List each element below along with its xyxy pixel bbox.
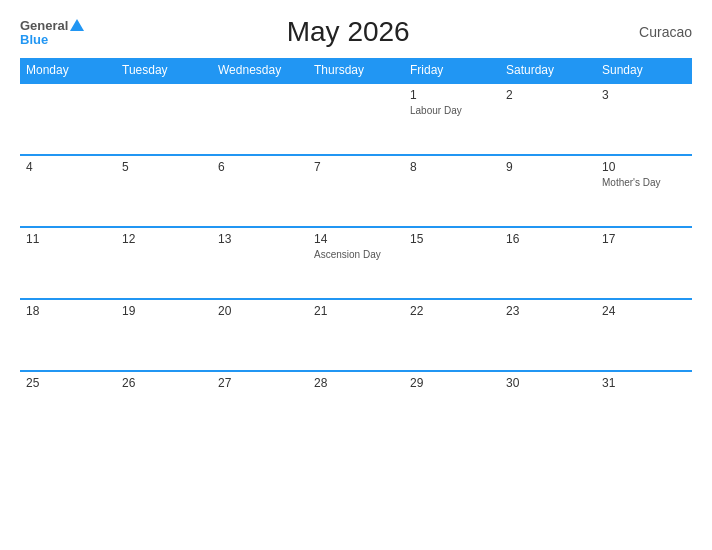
table-row: 12 [116, 227, 212, 299]
day-number: 7 [314, 160, 398, 174]
day-number: 3 [602, 88, 686, 102]
calendar-row: 11121314Ascension Day151617 [20, 227, 692, 299]
col-thursday: Thursday [308, 58, 404, 83]
day-number: 29 [410, 376, 494, 390]
table-row: 14Ascension Day [308, 227, 404, 299]
page-title: May 2026 [84, 16, 612, 48]
day-number: 25 [26, 376, 110, 390]
day-number: 2 [506, 88, 590, 102]
day-number: 8 [410, 160, 494, 174]
day-number: 1 [410, 88, 494, 102]
table-row [212, 83, 308, 155]
table-row: 23 [500, 299, 596, 371]
day-number: 6 [218, 160, 302, 174]
day-number: 14 [314, 232, 398, 246]
table-row [308, 83, 404, 155]
region-label: Curacao [612, 24, 692, 40]
table-row: 21 [308, 299, 404, 371]
table-row: 2 [500, 83, 596, 155]
logo-blue: Blue [20, 33, 48, 46]
day-number: 5 [122, 160, 206, 174]
table-row: 7 [308, 155, 404, 227]
calendar-page: General Blue May 2026 Curacao Monday Tue… [0, 0, 712, 550]
day-number: 22 [410, 304, 494, 318]
col-sunday: Sunday [596, 58, 692, 83]
table-row: 3 [596, 83, 692, 155]
day-number: 28 [314, 376, 398, 390]
table-row: 1Labour Day [404, 83, 500, 155]
logo: General Blue [20, 19, 84, 46]
table-row: 22 [404, 299, 500, 371]
table-row: 29 [404, 371, 500, 443]
table-row: 31 [596, 371, 692, 443]
calendar-row: 45678910Mother's Day [20, 155, 692, 227]
table-row: 6 [212, 155, 308, 227]
calendar-row: 25262728293031 [20, 371, 692, 443]
day-number: 17 [602, 232, 686, 246]
day-number: 13 [218, 232, 302, 246]
day-number: 19 [122, 304, 206, 318]
day-number: 23 [506, 304, 590, 318]
day-number: 10 [602, 160, 686, 174]
day-number: 11 [26, 232, 110, 246]
table-row: 26 [116, 371, 212, 443]
table-row: 30 [500, 371, 596, 443]
col-wednesday: Wednesday [212, 58, 308, 83]
table-row: 15 [404, 227, 500, 299]
logo-triangle-icon [70, 19, 84, 31]
table-row: 10Mother's Day [596, 155, 692, 227]
col-saturday: Saturday [500, 58, 596, 83]
day-number: 27 [218, 376, 302, 390]
day-number: 16 [506, 232, 590, 246]
logo-general: General [20, 19, 68, 32]
table-row: 5 [116, 155, 212, 227]
table-row: 25 [20, 371, 116, 443]
table-row: 17 [596, 227, 692, 299]
table-row [20, 83, 116, 155]
table-row: 11 [20, 227, 116, 299]
col-friday: Friday [404, 58, 500, 83]
table-row: 18 [20, 299, 116, 371]
table-row: 16 [500, 227, 596, 299]
day-number: 20 [218, 304, 302, 318]
page-header: General Blue May 2026 Curacao [20, 16, 692, 48]
calendar-header-row: Monday Tuesday Wednesday Thursday Friday… [20, 58, 692, 83]
day-number: 12 [122, 232, 206, 246]
col-tuesday: Tuesday [116, 58, 212, 83]
day-number: 4 [26, 160, 110, 174]
calendar-row: 1Labour Day23 [20, 83, 692, 155]
day-number: 15 [410, 232, 494, 246]
holiday-label: Mother's Day [602, 176, 686, 189]
table-row: 19 [116, 299, 212, 371]
holiday-label: Ascension Day [314, 248, 398, 261]
calendar-table: Monday Tuesday Wednesday Thursday Friday… [20, 58, 692, 443]
day-number: 24 [602, 304, 686, 318]
day-number: 30 [506, 376, 590, 390]
day-number: 21 [314, 304, 398, 318]
holiday-label: Labour Day [410, 104, 494, 117]
table-row: 9 [500, 155, 596, 227]
table-row: 24 [596, 299, 692, 371]
table-row: 20 [212, 299, 308, 371]
table-row: 13 [212, 227, 308, 299]
table-row [116, 83, 212, 155]
table-row: 4 [20, 155, 116, 227]
calendar-row: 18192021222324 [20, 299, 692, 371]
day-number: 26 [122, 376, 206, 390]
day-number: 31 [602, 376, 686, 390]
day-number: 9 [506, 160, 590, 174]
table-row: 8 [404, 155, 500, 227]
table-row: 27 [212, 371, 308, 443]
table-row: 28 [308, 371, 404, 443]
col-monday: Monday [20, 58, 116, 83]
day-number: 18 [26, 304, 110, 318]
